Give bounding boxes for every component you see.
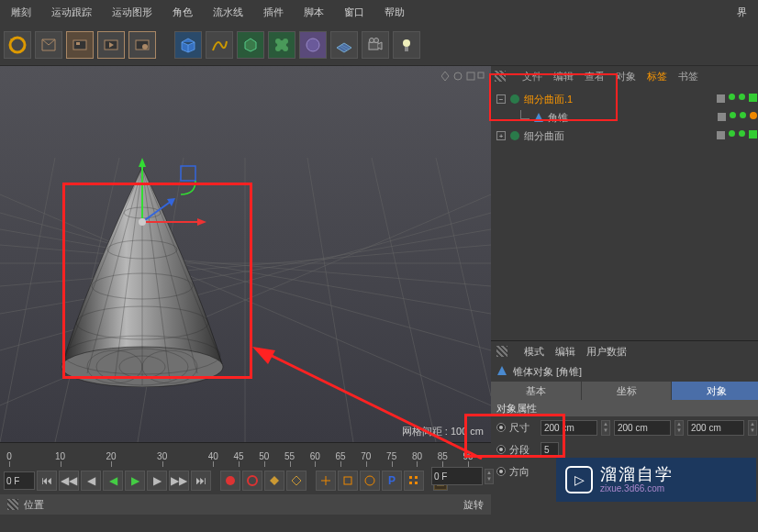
- om-bookmarks[interactable]: 书签: [678, 70, 698, 83]
- menu-mograph[interactable]: 运动图形: [105, 2, 160, 23]
- deformer-button[interactable]: [268, 31, 295, 59]
- main-toolbar: [0, 24, 758, 66]
- size-z-field[interactable]: 200 cm: [687, 420, 744, 436]
- prev-frame-button[interactable]: ◀: [81, 471, 101, 491]
- attr-menu: 模式 编辑 用户数据: [491, 341, 758, 361]
- attr-edit[interactable]: 编辑: [555, 345, 575, 359]
- om-object[interactable]: 对象: [616, 70, 636, 83]
- viewport-nav-icons[interactable]: [441, 68, 485, 84]
- layer-dot-icon[interactable]: [717, 130, 725, 141]
- spinner-icon[interactable]: ▲▼: [601, 420, 610, 436]
- primitive-button[interactable]: [174, 31, 202, 59]
- 3d-viewport[interactable]: 网格间距 : 100 cm: [0, 66, 491, 442]
- menu-motion-track[interactable]: 运动跟踪: [44, 2, 99, 23]
- autokey-button[interactable]: [242, 471, 262, 491]
- attr-object-title: 锥体对象 [角锥]: [491, 361, 758, 382]
- vis-editor-icon[interactable]: [730, 112, 736, 118]
- rot-key-button[interactable]: [360, 471, 380, 491]
- timeline-ruler[interactable]: /*ticks rendered below by loop*/ 0102030…: [0, 449, 491, 467]
- menu-window[interactable]: 窗口: [337, 2, 372, 23]
- sel-tag-icon[interactable]: [750, 112, 757, 119]
- goto-end-button[interactable]: ⏭: [191, 471, 211, 491]
- generator-button[interactable]: [237, 31, 264, 59]
- size-y-field[interactable]: 200 cm: [614, 420, 671, 436]
- enable-icon[interactable]: [749, 94, 757, 102]
- menu-script[interactable]: 脚本: [296, 2, 331, 23]
- undo-button[interactable]: [4, 31, 31, 59]
- menu-help[interactable]: 帮助: [377, 2, 412, 23]
- render-settings-button[interactable]: [128, 31, 156, 59]
- menu-pipeline[interactable]: 流水线: [206, 2, 251, 23]
- object-manager: 文件 编辑 查看 对象 标签 书签 − 细分曲面.1: [491, 66, 758, 341]
- pla-key-button[interactable]: [404, 471, 424, 491]
- key-mode-button[interactable]: [286, 471, 307, 491]
- render-view-button[interactable]: [66, 31, 94, 59]
- svg-rect-68: [415, 482, 418, 484]
- object-tree[interactable]: − 细分曲面.1 角锥: [491, 86, 758, 340]
- svg-point-58: [248, 476, 257, 485]
- play-button[interactable]: ▶: [125, 471, 145, 491]
- annotation-box-viewport: [62, 183, 252, 379]
- anim-dot-icon[interactable]: [496, 445, 506, 454]
- vis-editor-icon[interactable]: [729, 94, 735, 100]
- menu-right-trunc[interactable]: 界: [730, 2, 754, 23]
- svg-line-35: [436, 158, 491, 396]
- prev-key-button[interactable]: ◀◀: [59, 471, 79, 491]
- light-button[interactable]: [393, 31, 420, 59]
- scale-key-button[interactable]: [338, 471, 358, 491]
- redo-button[interactable]: [35, 31, 62, 59]
- play-back-button[interactable]: ◀: [103, 471, 123, 491]
- enable-icon[interactable]: [749, 130, 757, 139]
- anim-dot-icon[interactable]: [496, 467, 506, 476]
- transport-bar: ⏮ ◀◀ ◀ ◀ ▶ ▶ ▶▶ ⏭ P: [0, 467, 491, 494]
- svg-point-17: [374, 38, 379, 42]
- key-options-button[interactable]: [264, 471, 284, 491]
- spinner-icon[interactable]: ▲▼: [674, 420, 684, 436]
- svg-rect-55: [467, 72, 474, 80]
- tab-coord[interactable]: 坐标: [582, 382, 673, 400]
- tab-basic[interactable]: 基本: [491, 382, 582, 400]
- svg-line-34: [372, 158, 436, 442]
- camera-button[interactable]: [362, 31, 389, 59]
- expand-icon[interactable]: +: [496, 131, 506, 140]
- tab-object[interactable]: 对象: [672, 382, 758, 400]
- svg-rect-74: [717, 94, 725, 103]
- anim-dot-icon[interactable]: [496, 423, 506, 432]
- spinner-icon[interactable]: ▲▼: [748, 420, 757, 436]
- next-frame-button[interactable]: ▶: [147, 471, 167, 491]
- vis-render-icon[interactable]: [739, 130, 745, 137]
- attribute-manager: 模式 编辑 用户数据 锥体对象 [角锥] 基本 坐标 对象 对象属性 尺寸 20…: [491, 341, 758, 532]
- spline-button[interactable]: [206, 31, 233, 59]
- menu-character[interactable]: 角色: [165, 2, 200, 23]
- timeline-area: /*ticks rendered below by loop*/ 0102030…: [0, 442, 491, 532]
- floor-button[interactable]: [330, 31, 358, 59]
- next-key-button[interactable]: ▶▶: [169, 471, 189, 491]
- tree-label[interactable]: 细分曲面: [524, 129, 564, 143]
- environment-button[interactable]: [299, 31, 327, 59]
- menu-sculpt[interactable]: 雕刻: [4, 2, 39, 23]
- vis-editor-icon[interactable]: [729, 130, 735, 137]
- drag-handle-icon[interactable]: [7, 499, 18, 510]
- frame-start-field[interactable]: [4, 471, 35, 490]
- render-pv-button[interactable]: [97, 31, 125, 59]
- vis-render-icon[interactable]: [739, 94, 745, 100]
- frame-current-field[interactable]: [431, 467, 483, 485]
- param-key-button[interactable]: P: [382, 471, 402, 491]
- sds-icon: [509, 130, 520, 141]
- layer-dot-icon[interactable]: [717, 94, 725, 105]
- attr-mode[interactable]: 模式: [524, 345, 544, 359]
- spinner-icon[interactable]: ▲▼: [485, 469, 494, 484]
- record-button[interactable]: [220, 471, 240, 491]
- svg-rect-15: [369, 42, 378, 50]
- attr-userdata[interactable]: 用户数据: [586, 345, 627, 359]
- drag-handle-icon[interactable]: [496, 346, 507, 357]
- tree-item-sds2[interactable]: + 细分曲面: [496, 127, 757, 145]
- menu-plugins[interactable]: 插件: [256, 2, 291, 23]
- svg-point-12: [307, 39, 319, 51]
- goto-start-button[interactable]: ⏮: [37, 471, 57, 491]
- layer-dot-icon[interactable]: [718, 112, 726, 123]
- om-tags[interactable]: 标签: [647, 70, 667, 83]
- svg-rect-65: [409, 476, 412, 479]
- pos-key-button[interactable]: [316, 471, 336, 491]
- vis-render-icon[interactable]: [740, 112, 746, 118]
